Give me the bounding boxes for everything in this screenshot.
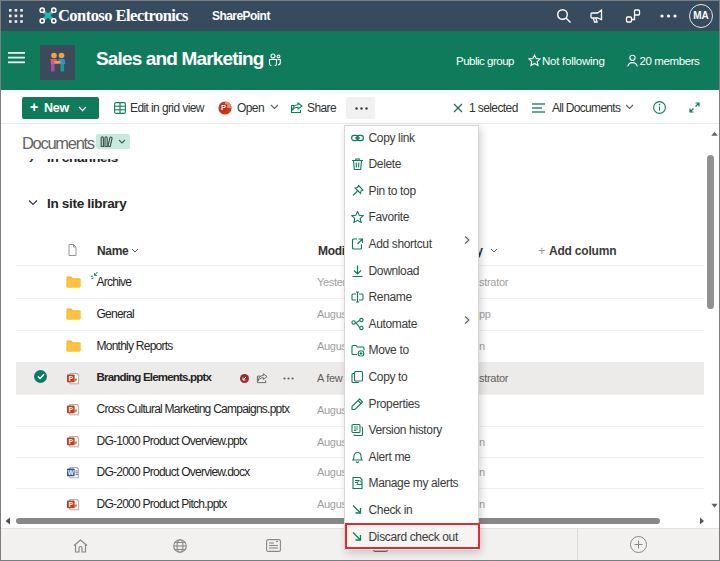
svg-text:P: P	[69, 406, 74, 413]
svg-text:W: W	[68, 468, 75, 475]
svg-text:P: P	[69, 374, 74, 381]
svg-text:P: P	[69, 500, 74, 507]
svg-text:P: P	[221, 103, 226, 112]
svg-text:P: P	[69, 438, 74, 445]
